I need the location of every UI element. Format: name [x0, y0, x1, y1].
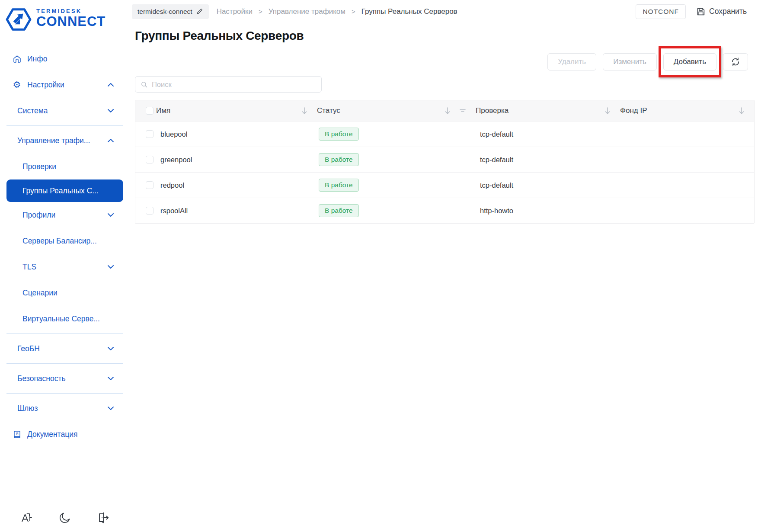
sort-icon[interactable]	[739, 107, 745, 115]
column-header-ip-pool[interactable]: Фонд IP	[620, 106, 647, 115]
row-checkbox[interactable]	[146, 181, 154, 189]
search-input[interactable]	[152, 80, 316, 89]
table-row[interactable]: rspoolAll В работе http-howto	[135, 198, 754, 223]
sidebar-item-label: Шлюз	[17, 404, 38, 413]
sidebar-item-label: Серверы Балансир...	[22, 237, 97, 246]
chevron-down-icon	[107, 213, 114, 217]
save-button-label: Сохранить	[709, 7, 747, 16]
row-checkbox[interactable]	[146, 130, 154, 138]
sidebar-divider	[6, 333, 123, 334]
status-badge: В работе	[319, 128, 359, 141]
row-check: http-howto	[476, 207, 620, 215]
chevron-down-icon	[107, 265, 114, 269]
sort-icon[interactable]	[301, 107, 307, 115]
breadcrumb-settings[interactable]: Настройки	[217, 7, 253, 16]
sidebar-item-label: Профили	[22, 211, 55, 220]
svg-text:Я: Я	[16, 431, 18, 436]
sidebar-item-checks[interactable]: Проверки	[0, 154, 130, 179]
home-icon	[12, 54, 22, 64]
row-name: rspoolAll	[156, 207, 317, 215]
row-name: greenpool	[156, 156, 317, 164]
sidebar-item-tls[interactable]: TLS	[0, 254, 130, 280]
brand-line1: TERMIDESK	[36, 8, 106, 14]
sidebar-item-balancing-servers[interactable]: Серверы Балансир...	[0, 228, 130, 254]
chevron-down-icon	[107, 346, 114, 351]
refresh-button[interactable]	[723, 53, 748, 71]
save-floppy-icon	[696, 7, 705, 16]
breadcrumb-current: Группы Реальных Серверов	[361, 7, 457, 16]
row-checkbox[interactable]	[146, 207, 154, 215]
sidebar-item-info[interactable]: Инфо	[0, 46, 130, 72]
select-all-checkbox[interactable]	[146, 107, 154, 115]
sidebar-item-virtual-servers[interactable]: Виртуальные Серве...	[0, 306, 130, 332]
refresh-icon	[730, 57, 741, 67]
breadcrumb-separator: >	[259, 8, 262, 15]
chevron-down-icon	[107, 109, 114, 113]
add-button[interactable]: Добавить	[663, 53, 716, 71]
status-badge: В работе	[319, 204, 359, 217]
row-checkbox[interactable]	[146, 156, 154, 163]
sidebar-nav: Инфо⚙НастройкиСистемаУправление трафи...…	[0, 46, 130, 447]
edit-pencil-icon[interactable]	[196, 8, 203, 15]
breadcrumb-separator: >	[352, 8, 355, 15]
sidebar-item-system[interactable]: Система	[0, 98, 130, 124]
column-header-name[interactable]: Имя	[156, 106, 170, 115]
topbar: termidesk-connect Настройки > Управление…	[131, 0, 758, 23]
column-header-status[interactable]: Статус	[317, 106, 340, 115]
row-check: tcp-default	[476, 156, 620, 164]
sidebar-item-label: TLS	[22, 263, 36, 272]
table-row[interactable]: bluepool В работе tcp-default	[135, 121, 754, 147]
row-check: tcp-default	[476, 181, 620, 189]
logout-icon[interactable]	[96, 512, 109, 524]
sidebar-item-label: Группы Реальных С...	[22, 186, 99, 195]
status-badge: В работе	[319, 179, 359, 192]
brand-line2: CONNECT	[36, 14, 106, 29]
sidebar-item-settings[interactable]: ⚙Настройки	[0, 72, 130, 98]
page-title: Группы Реальных Серверов	[135, 29, 758, 43]
gear-icon: ⚙	[12, 80, 22, 90]
hostname-label: termidesk-connect	[138, 8, 192, 16]
sidebar-item-documentation[interactable]: ЯДокументация	[0, 421, 130, 447]
sidebar-item-label: Система	[17, 106, 48, 115]
search-icon	[141, 81, 148, 88]
sort-icon[interactable]	[445, 107, 451, 115]
table-row[interactable]: redpool В работе tcp-default	[135, 172, 754, 198]
row-name: bluepool	[156, 130, 317, 138]
delete-button[interactable]: Удалить	[547, 53, 596, 71]
sidebar-item-label: Настройки	[27, 80, 64, 90]
table-actions: Удалить Изменить Добавить	[131, 53, 758, 71]
save-button[interactable]: Сохранить	[696, 7, 747, 16]
filter-icon[interactable]	[459, 108, 466, 114]
sort-icon[interactable]	[604, 107, 611, 115]
termidesk-hexagon-icon	[5, 6, 32, 33]
search-box	[135, 76, 322, 93]
chevron-down-icon	[107, 376, 114, 381]
column-header-check[interactable]: Проверка	[476, 106, 509, 115]
row-name: redpool	[156, 181, 317, 189]
sidebar-item-gateway[interactable]: Шлюз	[0, 395, 130, 421]
chevron-up-icon	[107, 138, 114, 143]
language-icon[interactable]	[20, 511, 33, 524]
sidebar-item-real-server-groups[interactable]: Группы Реальных С...	[6, 179, 123, 202]
breadcrumb: Настройки > Управление трафиком > Группы…	[217, 7, 457, 16]
sidebar-divider	[6, 363, 123, 364]
sidebar-item-label: Проверки	[22, 162, 56, 171]
sidebar-item-label: Виртуальные Серве...	[22, 314, 100, 324]
sidebar-item-label: Сценарии	[22, 288, 58, 298]
edit-button[interactable]: Изменить	[603, 53, 657, 71]
sidebar-divider	[6, 125, 123, 126]
table-row[interactable]: greenpool В работе tcp-default	[135, 147, 754, 172]
chevron-down-icon	[107, 406, 114, 410]
breadcrumb-traffic[interactable]: Управление трафиком	[269, 7, 345, 16]
sidebar-item-geobn[interactable]: ГеоБН	[0, 336, 130, 362]
sidebar-item-profiles[interactable]: Профили	[0, 202, 130, 228]
sidebar-item-scenarios[interactable]: Сценарии	[0, 280, 130, 306]
dark-mode-icon[interactable]	[59, 512, 71, 524]
sidebar-item-label: ГеоБН	[17, 344, 40, 353]
sidebar-item-label: Документация	[27, 430, 77, 439]
hostname-chip[interactable]: termidesk-connect	[132, 4, 209, 19]
row-check: tcp-default	[476, 130, 620, 138]
notconf-badge: NOTCONF	[636, 4, 686, 19]
sidebar-item-traffic[interactable]: Управление трафи...	[0, 128, 130, 154]
sidebar-item-security[interactable]: Безопасность	[0, 365, 130, 391]
